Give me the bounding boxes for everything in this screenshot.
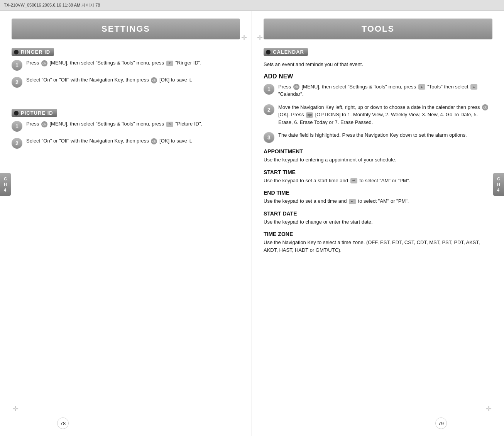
picture-id-dot <box>14 111 19 115</box>
ringer-id-steps: 1 Press ok [MENU], then select "Settings… <box>0 59 252 88</box>
page-header: TX-210VW_050616 2005.6.16 11:38 AM 페이지 7… <box>0 0 504 11</box>
start-time-text: Use the keypad to set a start time and ↩… <box>264 177 492 185</box>
pic-step-num-1: 1 <box>12 121 22 132</box>
tools-column: TOOLS CALENDAR Sets an event and reminds… <box>252 11 504 436</box>
ok-icon-4: ok <box>151 138 157 144</box>
step-num-1: 1 <box>12 60 22 71</box>
picture-id-step2: 2 Select "On" or "Off" with the Navigati… <box>12 137 240 149</box>
two-column-layout: SETTINGS RINGER ID 1 Press ok [MENU], th… <box>0 11 504 436</box>
ok-icon-1: ok <box>41 60 47 66</box>
ringer-id-dot <box>14 50 19 54</box>
ch-label-right: CH4 <box>497 176 500 193</box>
crosshair-tr: ✛ <box>240 34 248 42</box>
calendar-label: CALENDAR <box>273 49 304 55</box>
cal-step3-text: The date field is highlighted. Press the… <box>278 131 467 139</box>
key-icon-1: 7 <box>166 61 173 66</box>
tools-title: TOOLS <box>362 24 394 34</box>
chapter-tab-right: CH4 <box>493 173 504 196</box>
start-date-heading: START DATE <box>264 210 492 217</box>
key-icon-7: ↩ <box>349 199 356 204</box>
separator-1 <box>12 94 240 94</box>
end-time-heading: END TIME <box>264 190 492 196</box>
header-text: TX-210VW_050616 2005.6.16 11:38 AM 페이지 7… <box>4 2 100 8</box>
cal-step1: 1 Press ok [MENU], then select "Settings… <box>264 83 492 98</box>
tools-header: TOOLS <box>264 19 492 39</box>
ok-icon-6: ok <box>482 104 488 110</box>
cal-step-num-3: 3 <box>264 132 274 143</box>
page-num-right: 79 <box>435 417 447 429</box>
appointment-text: Use the keypad to entering a appointment… <box>264 156 492 164</box>
picture-id-step2-text: Select "On" or "Off" with the Navigation… <box>26 137 192 145</box>
picture-id-label: PICTURE ID <box>21 110 53 116</box>
settings-title: SETTINGS <box>101 24 150 34</box>
key-icon-3: 1 <box>418 84 425 90</box>
settings-header: SETTINGS <box>12 19 240 39</box>
ringer-id-label: RINGER ID <box>21 49 50 55</box>
calendar-badge: CALENDAR <box>264 48 308 56</box>
cal-step-num-1: 1 <box>264 84 274 95</box>
key-icon-5: opt <box>306 112 313 118</box>
pic-step-num-2: 2 <box>12 138 22 149</box>
start-time-heading: START TIME <box>264 169 492 175</box>
crosshair-br: ✛ <box>485 405 492 413</box>
calendar-dot <box>266 50 271 54</box>
ringer-id-step1-text: Press ok [MENU], then select "Settings &… <box>26 59 201 67</box>
add-new-heading: ADD NEW <box>264 73 492 80</box>
ringer-id-step1: 1 Press ok [MENU], then select "Settings… <box>12 59 240 71</box>
ringer-id-step2: 2 Select "On" or "Off" with the Navigati… <box>12 76 240 88</box>
cal-step1-text: Press ok [MENU], then select "Settings &… <box>278 83 492 98</box>
ringer-id-step2-text: Select "On" or "Off" with the Navigation… <box>26 76 192 84</box>
settings-column: SETTINGS RINGER ID 1 Press ok [MENU], th… <box>0 11 252 436</box>
appointment-heading: APPOINTMENT <box>264 148 492 154</box>
chapter-tab-left: CH4 <box>0 173 11 196</box>
ok-icon-5: ok <box>293 84 299 90</box>
time-zone-text: Use the Navigation Key to select a time … <box>264 239 492 254</box>
ok-icon-3: ok <box>41 121 47 127</box>
cal-step3: 3 The date field is highlighted. Press t… <box>264 131 492 143</box>
picture-id-badge: PICTURE ID <box>12 109 57 117</box>
calendar-desc: Sets an event and reminds you of that ev… <box>264 61 492 68</box>
page-num-left: 78 <box>57 417 69 429</box>
key-icon-2: 9 <box>166 122 173 127</box>
step-num-2: 2 <box>12 77 22 88</box>
cal-step2-text: Move the Navigation Key left, right, up … <box>278 103 492 126</box>
end-time-text: Use the keypad to set a end time and ↩ t… <box>264 197 492 205</box>
cal-step2: 2 Move the Navigation Key left, right, u… <box>264 103 492 126</box>
ok-icon-2: ok <box>151 77 157 83</box>
picture-id-steps: 1 Press ok [MENU], then select "Settings… <box>0 120 252 149</box>
start-date-text: Use the keypad to change or enter the st… <box>264 218 492 226</box>
cal-step-num-2: 2 <box>264 104 274 115</box>
picture-id-step1: 1 Press ok [MENU], then select "Settings… <box>12 120 240 132</box>
calendar-steps: 1 Press ok [MENU], then select "Settings… <box>252 83 504 143</box>
key-icon-6: ↩ <box>350 178 357 183</box>
key-icon-4: 1 <box>470 84 477 90</box>
ch-label-left: CH4 <box>4 176 7 193</box>
crosshair-bl: ✛ <box>12 405 19 413</box>
crosshair-tl: ✛ <box>256 34 264 42</box>
picture-id-step1-text: Press ok [MENU], then select "Settings &… <box>26 120 202 128</box>
time-zone-heading: TIME ZONE <box>264 231 492 237</box>
ringer-id-badge: RINGER ID <box>12 48 54 56</box>
